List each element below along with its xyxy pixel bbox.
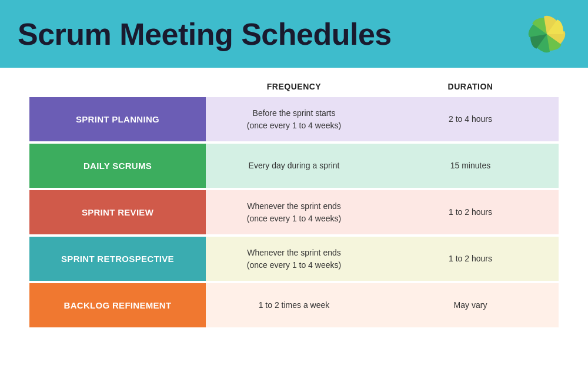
row-backlog-refinement: BACKLOG REFINEMENT 1 to 2 times a week M…	[29, 283, 559, 327]
page-header: Scrum Meeting Schedules	[0, 0, 588, 68]
cell-freq-backlog-refinement: 1 to 2 times a week	[206, 283, 382, 327]
cell-dur-daily-scrums: 15 minutes	[382, 144, 559, 188]
main-content: FREQUENCY DURATION SPRINT PLANNING Befor…	[0, 68, 588, 339]
cell-name-sprint-retrospective: SPRINT RETROSPECTIVE	[29, 237, 206, 281]
cell-freq-sprint-retrospective: Whenever the sprint ends(once every 1 to…	[206, 237, 382, 281]
cell-dur-sprint-review: 1 to 2 hours	[382, 190, 559, 234]
logo-icon	[523, 11, 570, 58]
col-header-empty	[29, 79, 206, 94]
cell-freq-sprint-review: Whenever the sprint ends(once every 1 to…	[206, 190, 382, 234]
cell-freq-sprint-planning: Before the sprint starts(once every 1 to…	[206, 97, 382, 141]
cell-name-sprint-review: SPRINT REVIEW	[29, 190, 206, 234]
col-header-duration: DURATION	[382, 79, 559, 94]
cell-name-sprint-planning: SPRINT PLANNING	[29, 97, 206, 141]
page-title: Scrum Meeting Schedules	[18, 16, 392, 52]
row-sprint-planning: SPRINT PLANNING Before the sprint starts…	[29, 97, 559, 141]
cell-dur-sprint-planning: 2 to 4 hours	[382, 97, 559, 141]
cell-freq-daily-scrums: Every day during a sprint	[206, 144, 382, 188]
row-sprint-retrospective: SPRINT RETROSPECTIVE Whenever the sprint…	[29, 237, 559, 281]
cell-name-daily-scrums: DAILY SCRUMS	[29, 144, 206, 188]
row-sprint-review: SPRINT REVIEW Whenever the sprint ends(o…	[29, 190, 559, 234]
row-daily-scrums: DAILY SCRUMS Every day during a sprint 1…	[29, 144, 559, 188]
cell-name-backlog-refinement: BACKLOG REFINEMENT	[29, 283, 206, 327]
cell-dur-backlog-refinement: May vary	[382, 283, 559, 327]
col-header-frequency: FREQUENCY	[206, 79, 382, 94]
column-headers: FREQUENCY DURATION	[29, 79, 559, 94]
cell-dur-sprint-retrospective: 1 to 2 hours	[382, 237, 559, 281]
schedule-table: SPRINT PLANNING Before the sprint starts…	[29, 97, 559, 327]
